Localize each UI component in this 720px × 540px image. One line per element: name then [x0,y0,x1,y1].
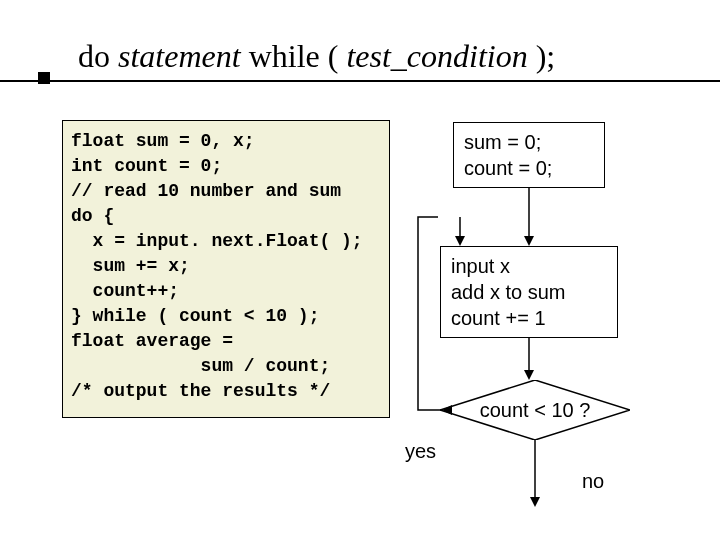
flow-condition-label: count < 10 ? [440,380,630,440]
flow-condition-diamond: count < 10 ? [440,380,630,440]
title-rule-marker [38,72,50,84]
title-part-end: ); [528,38,556,74]
flow-no-label: no [582,470,604,493]
title-rule [0,80,720,82]
slide-title: do statement while ( test_condition ); [78,38,555,75]
title-part-statement: statement [118,38,241,74]
flow-init-box: sum = 0; count = 0; [453,122,605,188]
title-part-cond: test_condition [346,38,527,74]
flow-body-box: input x add x to sum count += 1 [440,246,618,338]
title-part-while: while ( [241,38,347,74]
code-block: float sum = 0, x; int count = 0; // read… [62,120,390,418]
flow-yes-label: yes [405,440,436,463]
title-part-do: do [78,38,118,74]
